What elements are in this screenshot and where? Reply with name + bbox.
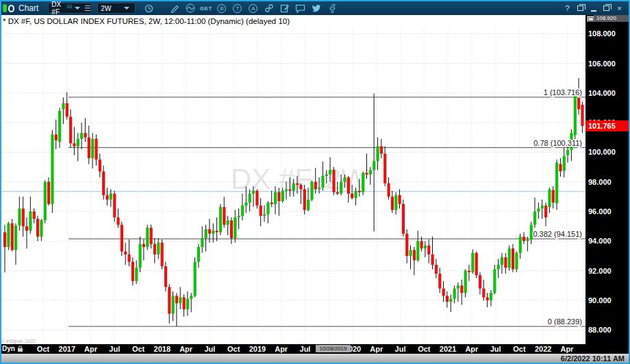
y-axis-tick: 92.000 — [585, 267, 630, 275]
candle-body — [307, 200, 310, 210]
candle-body — [446, 296, 449, 302]
price-axis[interactable]: 108.920 101.765 108.000106.000104.000102… — [585, 15, 630, 344]
symbol-dropdown[interactable]: DX #F 10 ☰ — [48, 3, 92, 14]
candle-body — [124, 252, 127, 255]
candle-body — [555, 163, 558, 204]
time-axis[interactable]: Dyn 10/28/2019 Oct2017AprJulOct2018AprJu… — [0, 344, 630, 354]
candle-body — [519, 237, 522, 253]
symbol-link-icon[interactable] — [261, 2, 277, 14]
x-axis-tick: Oct — [132, 345, 144, 353]
candle-body — [325, 174, 328, 176]
candle-body — [387, 183, 390, 196]
candle-body — [29, 211, 32, 231]
minimize-button[interactable] — [587, 3, 600, 14]
candle-body — [376, 146, 379, 161]
candle-body — [464, 271, 467, 293]
candle-body — [238, 216, 240, 218]
help-button[interactable]: ? — [561, 3, 574, 14]
candle-body — [18, 209, 21, 226]
lock-icon — [17, 346, 23, 352]
candle-body — [497, 265, 500, 269]
x-axis-tick: 2022 — [535, 345, 551, 353]
facebook-icon[interactable] — [324, 2, 340, 14]
clock-icon[interactable] — [141, 2, 157, 14]
get-quote-icon[interactable]: GET — [198, 2, 214, 14]
candle-body — [216, 231, 218, 232]
y-axis-tick: 106.000 — [585, 60, 630, 68]
fib-label: 0.382 (94.151) — [533, 230, 582, 238]
close-button[interactable]: × — [613, 3, 626, 14]
window-icon-button[interactable] — [574, 3, 587, 14]
notes-edit-icon[interactable] — [277, 2, 292, 14]
candle-body — [347, 177, 350, 194]
candle-body — [164, 266, 167, 287]
candle-body — [94, 139, 97, 159]
candle-body — [504, 257, 507, 268]
candle-body — [142, 244, 145, 247]
candle-body — [435, 265, 438, 274]
candle-body — [116, 218, 119, 225]
chevron-down-icon[interactable] — [124, 7, 129, 10]
x-axis-tick: Apr — [179, 345, 192, 353]
candle-body — [153, 244, 156, 255]
candle-body — [146, 228, 149, 247]
candle-body — [139, 244, 142, 268]
candle-body — [391, 196, 394, 209]
candle-body — [201, 238, 203, 247]
candle-body — [252, 191, 255, 194]
interval-dropdown[interactable]: 2W — [97, 3, 136, 14]
x-axis-tick: Jul — [300, 345, 311, 353]
candle-body — [512, 248, 514, 269]
candle-body — [365, 173, 368, 174]
candle-body — [394, 195, 397, 210]
chart-pane[interactable]: * DX #F, US DOLLAR INDEX FUTURES, 2W, 12… — [0, 15, 585, 344]
fib-label: 1 (103.716) — [544, 88, 582, 96]
x-axis-tick: Jul — [109, 345, 120, 353]
candle-body — [563, 156, 566, 171]
candle-body — [427, 246, 430, 255]
candle-body — [493, 269, 496, 293]
candle-body — [292, 183, 295, 191]
candle-body — [577, 97, 580, 109]
candle-body — [66, 103, 68, 116]
symbol-menu-icon[interactable]: ☰ — [84, 4, 91, 13]
chevron-down-icon[interactable] — [75, 7, 80, 10]
candle-body — [559, 164, 562, 172]
candle-body — [255, 191, 258, 206]
candle-body — [205, 229, 207, 238]
restore-pane-icon[interactable] — [587, 16, 594, 22]
candle-body — [244, 203, 247, 205]
candle-body — [175, 296, 178, 303]
y-axis-tick: 88.000 — [585, 326, 630, 334]
candle-body — [501, 257, 503, 265]
candlestick-plot[interactable]: DX #F, 2W1 (103.716)0.78 (100.311)0.382 … — [0, 15, 585, 344]
candle-body — [47, 182, 50, 204]
studies-wave-icon[interactable] — [182, 2, 198, 14]
candle-body — [413, 250, 416, 260]
candle-body — [197, 247, 200, 262]
candle-body — [336, 192, 339, 194]
candle-body — [219, 207, 222, 233]
copyright-text: © eSignal, 2022 — [1, 339, 36, 343]
circle-a-icon[interactable]: A — [245, 2, 261, 14]
candle-body — [354, 191, 357, 198]
candle-body — [263, 214, 266, 216]
candle-body — [281, 191, 284, 201]
circle-t-icon[interactable]: T — [229, 2, 245, 14]
candle-body — [314, 182, 317, 190]
candle-body — [266, 203, 269, 214]
x-axis-tick: 2021 — [440, 345, 456, 353]
chat-bubble-icon[interactable] — [292, 2, 308, 14]
candle-body — [168, 287, 171, 313]
candle-body — [479, 275, 481, 288]
twitter-icon[interactable] — [308, 2, 324, 14]
candle-body — [410, 250, 412, 256]
title-bar: Chart DX #F 10 ☰ 2W GET B T A — [0, 0, 630, 15]
circle-b-icon[interactable]: B — [214, 2, 229, 14]
candle-body — [36, 219, 39, 237]
candle-body — [33, 211, 36, 219]
pencil-draw-icon[interactable] — [166, 2, 182, 14]
x-axis-tick: 2017 — [59, 345, 75, 353]
candle-body — [260, 205, 262, 216]
restore-button[interactable] — [600, 3, 613, 14]
